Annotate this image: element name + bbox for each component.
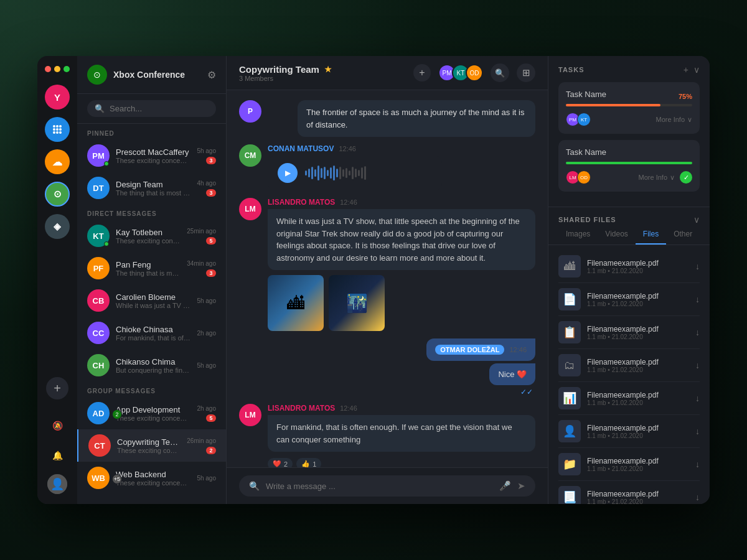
task-progress-bar-1: 75% (566, 104, 692, 106)
contact-badge: 3 (206, 157, 216, 164)
task-complete-icon: ✓ (680, 171, 692, 184)
contact-design-team[interactable]: DT Design Team The thing that is most ex… (77, 172, 226, 204)
msg-avatar: LM (239, 198, 261, 220)
msg-avatar: CM (239, 144, 261, 167)
files-list: 🏙 Filenameexample.pdf 1.1 mb • 21.02.202… (548, 245, 710, 504)
more-info-button-1[interactable]: More Info ∨ (656, 116, 692, 124)
add-workspace-button[interactable]: + (46, 377, 68, 399)
chevron-down-icon: ∨ (687, 116, 692, 124)
file-thumbnail-5: 📊 (558, 387, 581, 409)
file-name-8: Filenameexample.pdf (587, 490, 689, 498)
file-meta-1: 1.1 mb • 21.02.2020 (587, 268, 689, 274)
download-icon-8[interactable]: ↓ (695, 492, 700, 502)
play-button[interactable]: ▶ (278, 163, 298, 183)
contact-app-dev[interactable]: AD 2 App Development These exciting conc… (77, 397, 226, 429)
download-icon-1[interactable]: ↓ (695, 261, 700, 271)
icon-bar: Y ☁ ⊙ ◈ + 🔕 🔔 👤 (37, 56, 77, 504)
file-meta-5: 1.1 mb • 21.02.2020 (587, 399, 689, 406)
file-name-6: Filenameexample.pdf (587, 424, 689, 432)
collapse-files-button[interactable]: ∨ (693, 215, 700, 225)
contact-name: Chikanso Chima (116, 357, 190, 366)
contact-avatar-prescott: PM (87, 144, 110, 167)
message-reactions: ❤️ 2 👍 1 (268, 458, 535, 467)
reaction-thumbsup[interactable]: 👍 1 (296, 458, 321, 467)
contact-avatar-chikanso: CH (87, 354, 110, 376)
more-info-button-2[interactable]: More Info ∨ (639, 174, 675, 182)
contact-preview: These exciting concepts seem... (116, 414, 190, 422)
download-icon-6[interactable]: ↓ (695, 426, 700, 436)
file-thumbnail-7: 📁 (558, 453, 581, 475)
contact-chikanso[interactable]: CH Chikanso Chima But conquering the fin… (77, 349, 226, 381)
group-count-badge: 2 (112, 409, 122, 419)
settings-icon[interactable]: ⚙ (207, 69, 216, 81)
tab-other[interactable]: Other (666, 225, 700, 245)
contact-time: 5h ago (197, 297, 216, 304)
file-item-4: 🗂 Filenameexample.pdf 1.1 mb • 21.02.202… (558, 349, 700, 382)
file-meta-8: 1.1 mb • 21.02.2020 (587, 498, 689, 505)
send-button[interactable]: ➤ (517, 480, 525, 492)
tab-images[interactable]: Images (558, 225, 598, 245)
contact-carolien[interactable]: CB Carolien Bloeme While it was just a T… (77, 284, 226, 317)
contact-web-backend[interactable]: WB +5 Web Backend These exciting concept… (77, 462, 226, 494)
add-member-button[interactable]: + (413, 64, 431, 82)
bell-icon[interactable]: 🔔 (46, 444, 68, 467)
file-name-7: Filenameexample.pdf (587, 457, 689, 465)
contact-time: 2h ago (197, 330, 216, 337)
microphone-icon[interactable]: 🎤 (499, 480, 511, 492)
contact-avatar-copywriting: CT (88, 434, 111, 457)
svg-point-0 (53, 125, 55, 128)
mute-icon[interactable]: 🔕 (46, 414, 68, 437)
task-progress-bar-2 (566, 162, 692, 164)
app-icon-xbox[interactable]: ⊙ (45, 182, 70, 207)
download-icon-4[interactable]: ↓ (695, 360, 700, 370)
more-options-button[interactable]: ⊞ (517, 63, 535, 82)
app-icon-bb[interactable]: ◈ (45, 214, 70, 239)
maximize-button[interactable] (63, 66, 70, 72)
download-icon-5[interactable]: ↓ (695, 393, 700, 403)
task-footer-right: More Info ∨ ✓ (639, 171, 692, 184)
app-icon-soundcloud[interactable]: ☁ (45, 149, 70, 174)
contact-chioke[interactable]: CC Chioke Chinasa For mankind, that is o… (77, 317, 226, 349)
app-icon-y[interactable]: Y (45, 85, 70, 110)
contact-time: 2h ago (197, 405, 216, 412)
search-input[interactable] (110, 104, 209, 113)
download-icon-2[interactable]: ↓ (695, 294, 700, 304)
contact-prescott[interactable]: PM Prescott MacCaffery These exciting co… (77, 139, 226, 172)
contact-name: Kay Totleben (116, 228, 181, 237)
contact-preview: The thing that is most exciting ... (116, 189, 190, 197)
search-chat-button[interactable]: 🔍 (491, 63, 509, 82)
file-meta-4: 1.1 mb • 21.02.2020 (587, 366, 689, 373)
sender-tag: OTMAR DOLEŽAL (435, 345, 504, 355)
close-button[interactable] (45, 66, 51, 72)
sidebar-header: ⊙ Xbox Conference ⚙ (77, 56, 226, 94)
file-item-7: 📁 Filenameexample.pdf 1.1 mb • 21.02.202… (558, 448, 700, 481)
tab-files[interactable]: Files (636, 225, 666, 245)
minimize-button[interactable] (54, 66, 60, 72)
contact-name: Prescott MacCaffery (116, 147, 190, 157)
message-row-1: P The frontier of space is as much a jou… (239, 100, 535, 137)
contact-time: 34min ago (187, 260, 216, 267)
add-task-button[interactable]: + (684, 65, 688, 75)
contact-kay[interactable]: KT Kay Totleben These exciting concepts … (77, 220, 226, 252)
collapse-tasks-button[interactable]: ∨ (693, 65, 700, 75)
own-message-text: Nice ❤️ (489, 363, 535, 385)
contact-pan[interactable]: PF Pan Feng The thing that is most excit… (77, 252, 226, 284)
audio-player: ▶ (268, 156, 442, 190)
file-meta-2: 1.1 mb • 21.02.2020 (587, 301, 689, 307)
contact-copywriting[interactable]: CT Copywriting Team These exciting conce… (77, 429, 226, 462)
user-avatar[interactable]: 👤 (47, 474, 67, 494)
tab-videos[interactable]: Videos (598, 225, 635, 245)
download-icon-7[interactable]: ↓ (695, 459, 700, 469)
chat-area: Copywriting Team ★ 3 Members + PM KT OD … (227, 56, 548, 504)
message-input[interactable] (266, 482, 493, 491)
workspace-icon: ⊙ (87, 65, 107, 85)
message-input-area: 🔍 🎤 ➤ (227, 467, 548, 504)
app-icon-grid[interactable] (45, 117, 70, 142)
group-avatar-wrap: AD 2 (87, 402, 110, 424)
task-name-2: Task Name (566, 147, 692, 157)
star-icon[interactable]: ★ (324, 65, 332, 74)
file-thumbnail-3: 📋 (558, 321, 581, 343)
download-icon-3[interactable]: ↓ (695, 327, 700, 337)
msg-time: 12:46 (509, 346, 527, 353)
reaction-heart[interactable]: ❤️ 2 (268, 458, 293, 467)
